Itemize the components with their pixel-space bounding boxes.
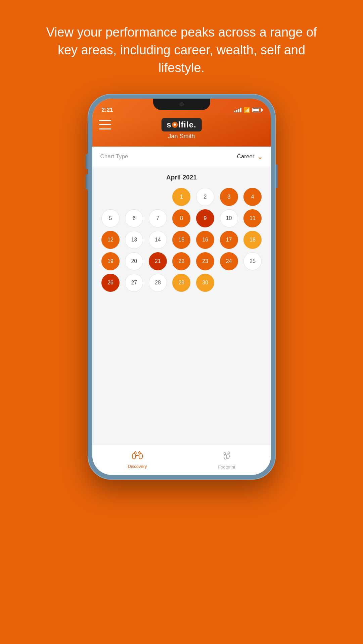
calendar-day-9[interactable]: 9 [196, 209, 214, 227]
calendar-grid: 1234567891011121314151617181920212223242… [100, 188, 263, 292]
page-headline: View your performance peaks across a ran… [0, 0, 363, 91]
footprint-icon [221, 450, 232, 463]
logo-text-lfile: lfile. [178, 120, 196, 129]
notch [153, 99, 210, 110]
chart-type-value: Career [237, 153, 255, 160]
phone-screen: 2:21 📶 [92, 99, 271, 475]
calendar-empty-cell [125, 188, 143, 206]
calendar-day-2[interactable]: 2 [196, 188, 214, 206]
user-name: Jan Smith [168, 133, 195, 140]
calendar-day-26[interactable]: 26 [101, 274, 120, 292]
calendar-day-10[interactable]: 10 [220, 209, 238, 227]
calendar-day-25[interactable]: 25 [243, 252, 262, 270]
calendar-day-29[interactable]: 29 [172, 274, 190, 292]
calendar-day-11[interactable]: 11 [243, 209, 262, 227]
phone-mockup: 2:21 📶 [88, 94, 276, 480]
status-icons: 📶 [234, 107, 262, 113]
svg-rect-0 [132, 453, 136, 459]
volume-down-button [86, 174, 88, 189]
calendar-day-27[interactable]: 27 [125, 274, 143, 292]
nav-label-discovery: Discovery [128, 464, 147, 469]
signal-icon [234, 108, 241, 112]
svg-point-3 [227, 454, 229, 459]
logo-dot [172, 122, 178, 128]
wifi-icon: 📶 [243, 107, 250, 113]
calendar-day-19[interactable]: 19 [101, 252, 120, 270]
calendar-day-20[interactable]: 20 [125, 252, 143, 270]
calendar-day-16[interactable]: 16 [196, 231, 214, 249]
calendar-day-21[interactable]: 21 [149, 252, 167, 270]
nav-label-footprint: Footprint [218, 465, 235, 470]
header-top: s lfile. [99, 120, 264, 129]
calendar-day-22[interactable]: 22 [172, 252, 190, 270]
calendar-day-28[interactable]: 28 [149, 274, 167, 292]
svg-point-2 [224, 454, 227, 459]
svg-rect-1 [139, 453, 142, 459]
volume-up-button [86, 154, 88, 169]
chart-type-label: Chart Type [100, 153, 128, 160]
calendar-day-3[interactable]: 3 [220, 188, 238, 206]
calendar-area: April 2021 12345678910111213141516171819… [92, 167, 271, 445]
discovery-icon [132, 451, 143, 463]
calendar-day-13[interactable]: 13 [125, 231, 143, 249]
calendar-day-5[interactable]: 5 [101, 209, 120, 227]
bottom-nav: Discovery Footprint [92, 445, 271, 475]
calendar-day-17[interactable]: 17 [220, 231, 238, 249]
camera [180, 102, 184, 106]
calendar-day-1[interactable]: 1 [172, 188, 190, 206]
chevron-down-icon: ⌄ [257, 153, 263, 161]
logo-box: s lfile. [161, 118, 201, 131]
status-time: 2:21 [102, 107, 113, 113]
menu-button[interactable] [99, 120, 111, 129]
calendar-day-18[interactable]: 18 [243, 231, 262, 249]
calendar-day-7[interactable]: 7 [149, 209, 167, 227]
chart-type-select[interactable]: Career ⌄ [237, 153, 263, 161]
calendar-day-12[interactable]: 12 [101, 231, 120, 249]
calendar-day-24[interactable]: 24 [220, 252, 238, 270]
svg-point-4 [224, 452, 225, 454]
calendar-day-23[interactable]: 23 [196, 252, 214, 270]
battery-icon [252, 108, 262, 112]
calendar-month-year: April 2021 [100, 174, 263, 181]
calendar-day-14[interactable]: 14 [149, 231, 167, 249]
chart-type-bar[interactable]: Chart Type Career ⌄ [92, 147, 271, 167]
nav-item-discovery[interactable]: Discovery [128, 451, 147, 469]
calendar-day-30[interactable]: 30 [196, 274, 214, 292]
calendar-empty-cell [149, 188, 167, 206]
calendar-day-15[interactable]: 15 [172, 231, 190, 249]
calendar-day-4[interactable]: 4 [243, 188, 262, 206]
app-header: s lfile. Jan Smith [92, 115, 271, 147]
logo-text-s: s [167, 120, 171, 129]
calendar-day-8[interactable]: 8 [172, 209, 190, 227]
power-button [276, 164, 278, 188]
logo-wrap: s lfile. [161, 118, 201, 131]
calendar-empty-cell [101, 188, 120, 206]
nav-item-footprint[interactable]: Footprint [218, 450, 235, 470]
svg-point-5 [228, 452, 229, 454]
calendar-day-6[interactable]: 6 [125, 209, 143, 227]
